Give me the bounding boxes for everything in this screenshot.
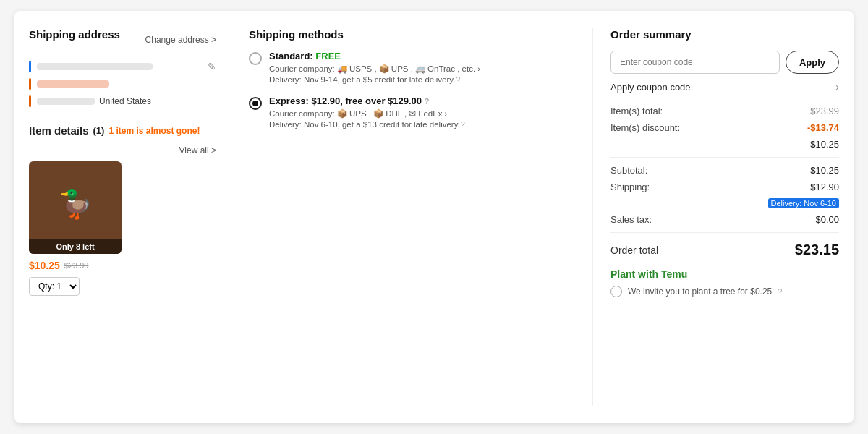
plant-label: We invite you to plant a tree for $0.25	[628, 286, 772, 297]
almost-gone-label: 1 item is almost gone!	[109, 126, 200, 136]
standard-highlight: FREE	[315, 51, 341, 61]
apply-button[interactable]: Apply	[786, 51, 839, 74]
delivery-highlight-line: Delivery: Nov 6-10	[610, 198, 839, 208]
item-details-title: Item details	[29, 124, 89, 137]
items-discount-label: Item(s) discount:	[610, 122, 680, 133]
shipping-option-express[interactable]: Express: $12.90, free over $129.00 ? Cou…	[249, 95, 575, 129]
qty-select[interactable]: Qty: 1 Qty: 2 Qty: 3	[29, 277, 80, 296]
items-net-value: $10.25	[810, 139, 839, 150]
standard-info-icon[interactable]: ?	[456, 75, 460, 84]
order-total-label: Order total	[610, 244, 658, 256]
address-line-3: United States	[29, 95, 216, 107]
standard-label: Standard:	[269, 51, 315, 61]
express-content: Express: $12.90, free over $129.00 ? Cou…	[269, 95, 575, 129]
item-details-title-row: Item details (1) 1 item is almost gone!	[29, 124, 200, 137]
divider-1	[610, 157, 839, 158]
address-blurred-1	[37, 63, 153, 70]
qty-selector[interactable]: Qty: 1 Qty: 2 Qty: 3	[29, 277, 123, 296]
subtotal-line: Subtotal: $10.25	[610, 165, 839, 176]
plant-section: Plant with Temu We invite you to plant a…	[610, 268, 839, 297]
address-blurred-2	[37, 80, 109, 88]
address-header: Shipping address Change address >	[29, 28, 216, 51]
shipping-option-standard[interactable]: Standard: FREE Courier company: 🚚 USPS ,…	[249, 51, 575, 84]
plant-radio[interactable]	[610, 286, 622, 297]
product-price: $10.25 $23.99	[29, 260, 123, 271]
order-total-value: $23.15	[795, 242, 839, 258]
radio-express[interactable]	[249, 97, 262, 110]
radio-standard[interactable]	[249, 52, 262, 65]
items-discount-value: -$13.74	[807, 122, 839, 133]
subtotal-label: Subtotal:	[610, 165, 647, 176]
item-details-section: Item details (1) 1 item is almost gone! …	[29, 124, 216, 296]
address-line-2	[29, 78, 216, 90]
shipping-address-column: Shipping address Change address > ✎	[29, 28, 231, 406]
radio-express-inner	[252, 101, 258, 106]
plant-option[interactable]: We invite you to plant a tree for $0.25 …	[610, 286, 839, 297]
divider-2	[610, 232, 839, 233]
shipping-methods-title: Shipping methods	[249, 28, 575, 41]
product-card: 🦆 Only 8 left $10.25 $23.99 Qty: 1 Qty: …	[29, 161, 123, 296]
address-line-1	[29, 61, 216, 72]
order-total-line: Order total $23.15	[610, 242, 839, 258]
color-bar-red	[29, 95, 31, 107]
duck-icon: 🦆	[59, 188, 93, 220]
items-total-line: Item(s) total: $23.99	[610, 106, 839, 116]
items-net-line: $10.25	[610, 139, 839, 150]
apply-coupon-link[interactable]: Apply coupon code ›	[610, 81, 839, 93]
delivery-highlight: Delivery: Nov 6-10	[768, 198, 839, 208]
sales-tax-value: $0.00	[815, 214, 839, 225]
address-blurred-3	[37, 98, 95, 105]
order-summary-title: Order summary	[610, 28, 839, 41]
price-current: $10.25	[29, 260, 60, 271]
express-label: Express:	[269, 95, 312, 106]
item-details-header: Item details (1) 1 item is almost gone!	[29, 124, 216, 137]
view-all-link[interactable]: View all >	[179, 145, 216, 156]
express-courier: Courier company: 📦 UPS , 📦 DHL , ✉ FedEx…	[269, 109, 575, 119]
standard-delivery: Delivery: Nov 9-14, get a $5 credit for …	[269, 75, 575, 84]
standard-content: Standard: FREE Courier company: 🚚 USPS ,…	[269, 51, 575, 84]
address-lines: United States	[29, 61, 216, 107]
sales-tax-label: Sales tax:	[610, 214, 652, 225]
coupon-input[interactable]	[610, 51, 780, 74]
change-address-link[interactable]: Change address >	[145, 35, 216, 45]
subtotal-value: $10.25	[810, 165, 839, 176]
shipping-address-title: Shipping address	[29, 28, 120, 41]
items-discount-line: Item(s) discount: -$13.74	[610, 122, 839, 133]
country-text: United States	[99, 96, 151, 106]
items-total-label: Item(s) total:	[610, 106, 663, 116]
sales-tax-line: Sales tax: $0.00	[610, 214, 839, 225]
express-title: Express: $12.90, free over $129.00 ?	[269, 95, 575, 106]
shipping-label: Shipping:	[610, 182, 650, 192]
standard-courier: Courier company: 🚚 USPS , 📦 UPS , 🚐 OnTr…	[269, 64, 575, 74]
express-delivery: Delivery: Nov 6-10, get a $13 credit for…	[269, 120, 575, 129]
plant-info-icon[interactable]: ?	[778, 287, 782, 296]
item-count-badge: (1)	[93, 125, 105, 136]
express-highlight: $12.90, free over $129.00	[312, 95, 422, 106]
only-left-badge: Only 8 left	[29, 239, 122, 254]
standard-title: Standard: FREE	[269, 51, 575, 61]
apply-coupon-label: Apply coupon code	[610, 82, 691, 93]
apply-coupon-chevron: ›	[835, 81, 839, 93]
plant-title: Plant with Temu	[610, 268, 839, 280]
color-bar-blue	[29, 61, 31, 72]
product-image: 🦆 Only 8 left	[29, 161, 122, 254]
edit-address-icon[interactable]: ✎	[208, 61, 216, 72]
coupon-row: Apply	[610, 51, 839, 74]
order-summary-column: Order summary Apply Apply coupon code › …	[593, 28, 839, 406]
express-delivery-info-icon[interactable]: ?	[461, 120, 465, 129]
color-bar-orange	[29, 78, 31, 90]
items-total-value: $23.99	[810, 106, 839, 116]
price-original: $23.99	[64, 261, 89, 270]
address-block: ✎ United States	[29, 61, 216, 107]
shipping-methods-column: Shipping methods Standard: FREE Courier …	[231, 28, 593, 406]
checkout-container: Shipping address Change address > ✎	[14, 11, 854, 423]
shipping-line: Shipping: $12.90	[610, 182, 839, 192]
shipping-value: $12.90	[810, 182, 839, 192]
express-info-icon[interactable]: ?	[425, 97, 430, 106]
